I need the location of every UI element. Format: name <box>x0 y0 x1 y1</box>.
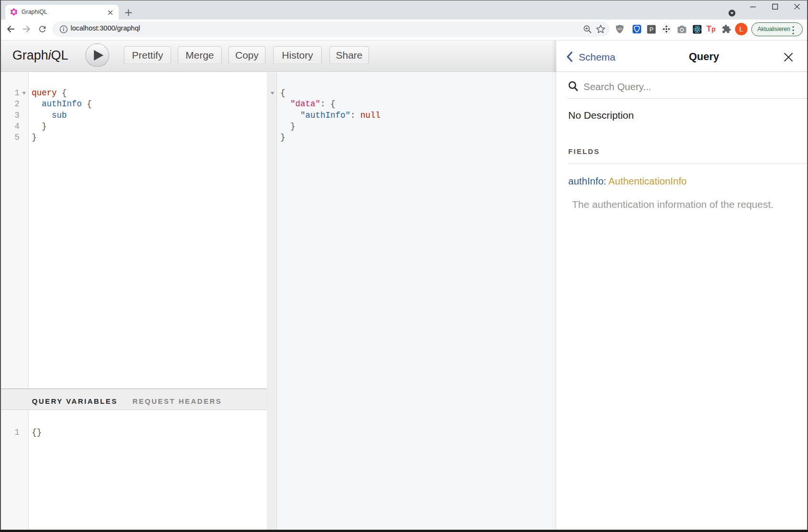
svg-text:uO: uO <box>617 27 622 31</box>
svg-text:P: P <box>649 26 654 33</box>
